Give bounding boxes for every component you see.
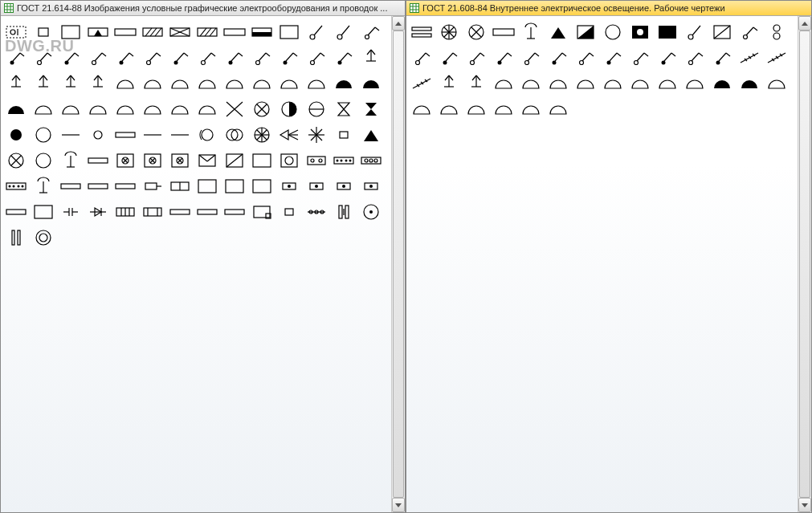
line-stick1-symbol[interactable] [330, 19, 357, 45]
lamp-dome5-symbol[interactable] [221, 71, 248, 96]
rect-empty-symbol[interactable] [166, 199, 194, 225]
rect-target-symbol[interactable] [275, 148, 303, 173]
lamp-dome12-symbol[interactable] [112, 96, 139, 122]
lamp-dome-r3-symbol[interactable] [545, 71, 572, 96]
rect-small-symbol[interactable] [275, 199, 303, 225]
rect-slim-symbol[interactable] [112, 122, 139, 148]
lamp-dome10-symbol[interactable] [57, 96, 84, 122]
lamp-dome13-symbol[interactable] [139, 96, 166, 122]
rect-frame2-symbol[interactable] [30, 199, 57, 225]
rect-diag-symbol[interactable] [221, 148, 248, 173]
rect-diode-symbol[interactable] [84, 199, 112, 225]
dash-dot-symbol[interactable] [57, 122, 84, 148]
circle-x2-symbol[interactable] [463, 19, 490, 45]
switch-r13-symbol[interactable] [681, 45, 708, 71]
rect-5dot-symbol[interactable] [330, 148, 357, 173]
switch1-symbol[interactable] [357, 19, 385, 45]
rect-cap-symbol[interactable] [57, 199, 84, 225]
rect-handle-symbol[interactable] [139, 173, 166, 199]
lamp-black1-symbol[interactable] [330, 71, 357, 96]
rect-5dot2-symbol[interactable] [2, 173, 30, 199]
tri-solid2-symbol[interactable] [545, 19, 572, 45]
dot-big-symbol[interactable] [2, 122, 30, 148]
hourglass2-symbol[interactable] [357, 96, 385, 122]
rect-grid3-symbol[interactable] [166, 148, 194, 173]
lamp-stem4-symbol[interactable] [57, 71, 84, 96]
scroll-thumb[interactable] [393, 31, 404, 498]
line-ticks1-symbol[interactable] [736, 45, 763, 71]
switch-r5-symbol[interactable] [463, 45, 490, 71]
switch3-symbol[interactable] [30, 45, 57, 71]
switch-r4-symbol[interactable] [435, 45, 463, 71]
rect-diag2-symbol[interactable] [166, 19, 194, 45]
rect-bar3-symbol[interactable] [112, 173, 139, 199]
line-ticks3-symbol[interactable] [408, 71, 435, 96]
lamp-dome-r11-symbol[interactable] [435, 96, 463, 122]
bars-vert-symbol[interactable] [330, 199, 357, 225]
cross-x-symbol[interactable] [221, 96, 248, 122]
rect-half-black-symbol[interactable] [248, 19, 275, 45]
rect-empty3-symbol[interactable] [221, 199, 248, 225]
circle-x-symbol[interactable] [2, 148, 30, 173]
dot-rect3-symbol[interactable] [330, 173, 357, 199]
line-short-symbol[interactable] [166, 122, 194, 148]
switch-r14-symbol[interactable] [708, 45, 736, 71]
lamp-dome9-symbol[interactable] [30, 96, 57, 122]
switch-r6-symbol[interactable] [490, 45, 517, 71]
rect-outline-symbol[interactable] [57, 19, 84, 45]
tee2-symbol[interactable] [30, 173, 57, 199]
circle-small-symbol[interactable] [84, 122, 112, 148]
scrollbar-left[interactable] [391, 16, 405, 512]
lamp-dome-r9-symbol[interactable] [763, 71, 790, 96]
switch12-symbol[interactable] [275, 45, 303, 71]
rect-diag-black-symbol[interactable] [572, 19, 599, 45]
lamp-dome8-symbol[interactable] [303, 71, 330, 96]
lamp-stem-r1-symbol[interactable] [435, 71, 463, 96]
rect-3circ-symbol[interactable] [357, 148, 385, 173]
lamp-dome-r15-symbol[interactable] [545, 96, 572, 122]
rect-thin-symbol[interactable] [221, 19, 248, 45]
rect-tiny-symbol[interactable] [330, 122, 357, 148]
scroll-up-button[interactable] [392, 16, 405, 31]
rect-tri-top-symbol[interactable] [84, 19, 112, 45]
lamp-black2-symbol[interactable] [357, 71, 385, 96]
switch4-symbol[interactable] [57, 45, 84, 71]
scroll-up-button[interactable] [798, 16, 811, 31]
lamp-stem3-symbol[interactable] [30, 71, 57, 96]
circle-ring-symbol[interactable] [30, 225, 57, 250]
switch10-symbol[interactable] [221, 45, 248, 71]
tee3-symbol[interactable] [517, 19, 545, 45]
double-loop-symbol[interactable] [763, 19, 790, 45]
lamp-black-r2-symbol[interactable] [736, 71, 763, 96]
tee-symbol[interactable] [57, 148, 84, 173]
scroll-track[interactable] [798, 31, 811, 498]
rect-bar2-symbol[interactable] [84, 173, 112, 199]
rect-grid2-symbol[interactable] [139, 148, 166, 173]
circle-half-symbol[interactable] [275, 96, 303, 122]
rect-diag3-symbol[interactable] [194, 19, 221, 45]
switch2-symbol[interactable] [2, 45, 30, 71]
panel-left-titlebar[interactable]: ГОСТ 21.614-88 Изображения условные граф… [1, 1, 405, 16]
lamp-stem-r2-symbol[interactable] [463, 71, 490, 96]
scroll-down-button[interactable] [392, 498, 405, 512]
switch-r7-symbol[interactable] [517, 45, 545, 71]
lamp-dome-r4-symbol[interactable] [572, 71, 599, 96]
lamp-black-r1-symbol[interactable] [708, 71, 736, 96]
dot-rect4-symbol[interactable] [357, 173, 385, 199]
lamp-dome-r12-symbol[interactable] [463, 96, 490, 122]
dot-rect1-symbol[interactable] [275, 173, 303, 199]
circle-dash-symbol[interactable] [303, 96, 330, 122]
lamp-stem5-symbol[interactable] [84, 71, 112, 96]
switch9-symbol[interactable] [194, 45, 221, 71]
rect-band-symbol[interactable] [84, 148, 112, 173]
lamp-dome6-symbol[interactable] [248, 71, 275, 96]
dot-chain-symbol[interactable] [303, 199, 330, 225]
switch-r10-symbol[interactable] [599, 45, 626, 71]
circle-pie2-symbol[interactable] [435, 19, 463, 45]
rect-dot2-symbol[interactable] [303, 148, 330, 173]
lamp-dome11-symbol[interactable] [84, 96, 112, 122]
circle-pie-symbol[interactable] [248, 122, 275, 148]
switch5-symbol[interactable] [84, 45, 112, 71]
lamp-dome14-symbol[interactable] [166, 96, 194, 122]
rect-diag-box-symbol[interactable] [708, 19, 736, 45]
